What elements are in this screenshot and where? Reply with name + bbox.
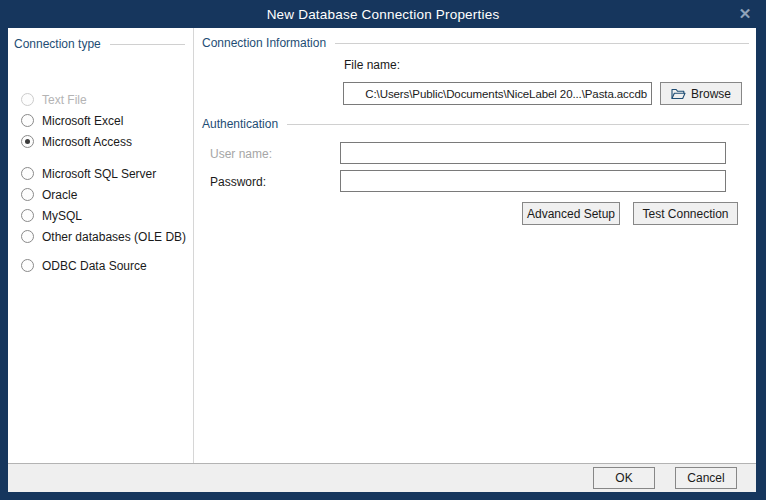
ok-button-label: OK — [615, 471, 632, 485]
header-rule — [287, 124, 749, 125]
header-rule — [110, 44, 185, 45]
header-rule — [335, 43, 749, 44]
authentication-header-label: Authentication — [202, 117, 278, 131]
connection-type-panel: Connection type Text File Microsoft Exce… — [8, 28, 194, 463]
radio-label: Microsoft Excel — [42, 114, 123, 128]
connection-information-header: Connection Information — [202, 36, 749, 50]
connection-type-header-label: Connection type — [14, 37, 101, 51]
dialog-title: New Database Connection Properties — [267, 7, 500, 22]
dialog-footer: OK Cancel — [8, 463, 756, 492]
password-input[interactable] — [340, 170, 726, 192]
radio-icon — [21, 259, 34, 272]
browse-button[interactable]: Browse — [660, 82, 742, 105]
advanced-setup-button-label: Advanced Setup — [527, 207, 615, 221]
radio-microsoft-excel[interactable]: Microsoft Excel — [8, 110, 193, 131]
radio-selected-icon — [21, 135, 34, 148]
ok-button[interactable]: OK — [593, 467, 655, 489]
radio-icon — [21, 167, 34, 180]
radio-icon — [21, 93, 34, 106]
close-icon[interactable]: ✕ — [732, 3, 758, 25]
radio-icon — [21, 188, 34, 201]
browse-button-label: Browse — [691, 87, 731, 101]
radio-microsoft-sql-server[interactable]: Microsoft SQL Server — [8, 163, 193, 184]
radio-label: Oracle — [42, 188, 77, 202]
connection-information-header-label: Connection Information — [202, 36, 326, 50]
connection-type-list: Text File Microsoft Excel Microsoft Acce… — [8, 89, 193, 276]
file-name-input[interactable]: C:\Users\Public\Documents\NiceLabel 20..… — [343, 82, 652, 105]
radio-mysql[interactable]: MySQL — [8, 205, 193, 226]
radio-label: MySQL — [42, 209, 82, 223]
radio-other-databases-oledb[interactable]: Other databases (OLE DB) — [8, 226, 193, 247]
radio-oracle[interactable]: Oracle — [8, 184, 193, 205]
new-database-connection-dialog: New Database Connection Properties ✕ Con… — [0, 0, 766, 500]
user-name-label: User name: — [210, 147, 272, 161]
authentication-header: Authentication — [202, 117, 749, 131]
password-label: Password: — [210, 175, 266, 189]
folder-icon — [671, 88, 686, 100]
file-name-label: File name: — [344, 58, 400, 72]
user-name-input — [340, 142, 726, 164]
advanced-setup-button[interactable]: Advanced Setup — [522, 202, 620, 225]
titlebar: New Database Connection Properties ✕ — [0, 0, 766, 28]
radio-icon — [21, 230, 34, 243]
connection-type-header: Connection type — [8, 28, 193, 51]
radio-label: Microsoft Access — [42, 135, 132, 149]
radio-label: ODBC Data Source — [42, 259, 147, 273]
connection-information-panel: Connection Information File name: C:\Use… — [194, 28, 756, 463]
test-connection-button[interactable]: Test Connection — [633, 202, 738, 225]
radio-odbc-data-source[interactable]: ODBC Data Source — [8, 255, 193, 276]
radio-label: Other databases (OLE DB) — [42, 230, 186, 244]
cancel-button-label: Cancel — [687, 471, 724, 485]
cancel-button[interactable]: Cancel — [675, 467, 737, 489]
test-connection-button-label: Test Connection — [642, 207, 728, 221]
dialog-body: Connection type Text File Microsoft Exce… — [8, 28, 756, 463]
radio-text-file: Text File — [8, 89, 193, 110]
radio-microsoft-access[interactable]: Microsoft Access — [8, 131, 193, 152]
radio-label: Microsoft SQL Server — [42, 167, 156, 181]
radio-icon — [21, 209, 34, 222]
radio-icon — [21, 114, 34, 127]
radio-label: Text File — [42, 93, 87, 107]
